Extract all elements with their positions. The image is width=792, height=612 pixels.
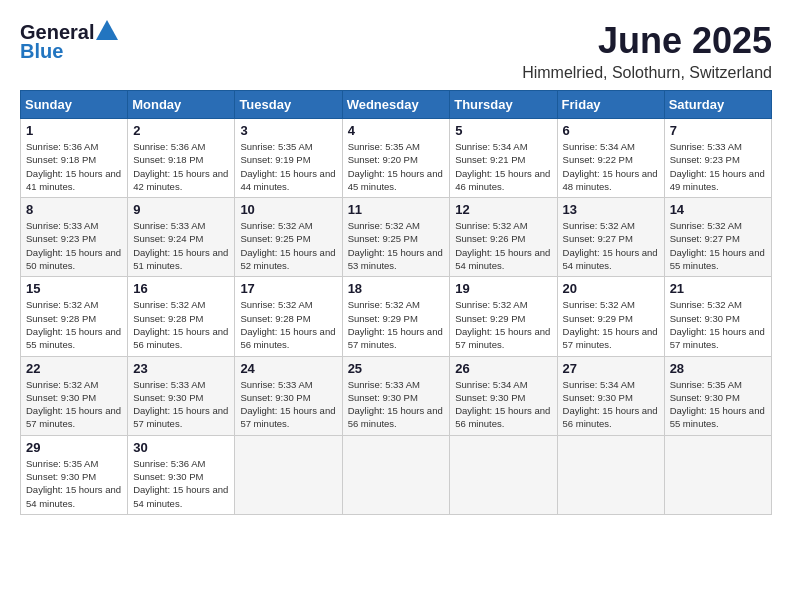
empty-cell-3 xyxy=(450,435,557,514)
week-row-3: 15 Sunrise: 5:32 AMSunset: 9:28 PMDaylig… xyxy=(21,277,772,356)
day-22: 22 Sunrise: 5:32 AMSunset: 9:30 PMDaylig… xyxy=(21,356,128,435)
calendar-table: Sunday Monday Tuesday Wednesday Thursday… xyxy=(20,90,772,515)
header-friday: Friday xyxy=(557,91,664,119)
day-18: 18 Sunrise: 5:32 AMSunset: 9:29 PMDaylig… xyxy=(342,277,450,356)
day-30: 30 Sunrise: 5:36 AMSunset: 9:30 PMDaylig… xyxy=(128,435,235,514)
day-13: 13 Sunrise: 5:32 AMSunset: 9:27 PMDaylig… xyxy=(557,198,664,277)
logo-blue: Blue xyxy=(20,40,63,63)
logo: General Blue xyxy=(20,20,118,63)
day-24: 24 Sunrise: 5:33 AMSunset: 9:30 PMDaylig… xyxy=(235,356,342,435)
empty-cell-1 xyxy=(235,435,342,514)
day-26: 26 Sunrise: 5:34 AMSunset: 9:30 PMDaylig… xyxy=(450,356,557,435)
day-16: 16 Sunrise: 5:32 AMSunset: 9:28 PMDaylig… xyxy=(128,277,235,356)
day-28: 28 Sunrise: 5:35 AMSunset: 9:30 PMDaylig… xyxy=(664,356,771,435)
day-3: 3 Sunrise: 5:35 AMSunset: 9:19 PMDayligh… xyxy=(235,119,342,198)
day-15: 15 Sunrise: 5:32 AMSunset: 9:28 PMDaylig… xyxy=(21,277,128,356)
week-row-2: 8 Sunrise: 5:33 AMSunset: 9:23 PMDayligh… xyxy=(21,198,772,277)
week-row-4: 22 Sunrise: 5:32 AMSunset: 9:30 PMDaylig… xyxy=(21,356,772,435)
day-10: 10 Sunrise: 5:32 AMSunset: 9:25 PMDaylig… xyxy=(235,198,342,277)
day-12: 12 Sunrise: 5:32 AMSunset: 9:26 PMDaylig… xyxy=(450,198,557,277)
header-wednesday: Wednesday xyxy=(342,91,450,119)
day-23: 23 Sunrise: 5:33 AMSunset: 9:30 PMDaylig… xyxy=(128,356,235,435)
header-sunday: Sunday xyxy=(21,91,128,119)
week-row-5: 29 Sunrise: 5:35 AMSunset: 9:30 PMDaylig… xyxy=(21,435,772,514)
header-thursday: Thursday xyxy=(450,91,557,119)
header-monday: Monday xyxy=(128,91,235,119)
day-27: 27 Sunrise: 5:34 AMSunset: 9:30 PMDaylig… xyxy=(557,356,664,435)
day-2: 2 Sunrise: 5:36 AMSunset: 9:18 PMDayligh… xyxy=(128,119,235,198)
day-8: 8 Sunrise: 5:33 AMSunset: 9:23 PMDayligh… xyxy=(21,198,128,277)
week-row-1: 1 Sunrise: 5:36 AMSunset: 9:18 PMDayligh… xyxy=(21,119,772,198)
day-1: 1 Sunrise: 5:36 AMSunset: 9:18 PMDayligh… xyxy=(21,119,128,198)
header-saturday: Saturday xyxy=(664,91,771,119)
day-21: 21 Sunrise: 5:32 AMSunset: 9:30 PMDaylig… xyxy=(664,277,771,356)
location-title: Himmelried, Solothurn, Switzerland xyxy=(522,64,772,82)
day-20: 20 Sunrise: 5:32 AMSunset: 9:29 PMDaylig… xyxy=(557,277,664,356)
day-7: 7 Sunrise: 5:33 AMSunset: 9:23 PMDayligh… xyxy=(664,119,771,198)
empty-cell-5 xyxy=(664,435,771,514)
day-6: 6 Sunrise: 5:34 AMSunset: 9:22 PMDayligh… xyxy=(557,119,664,198)
logo-icon xyxy=(96,20,118,40)
day-11: 11 Sunrise: 5:32 AMSunset: 9:25 PMDaylig… xyxy=(342,198,450,277)
page-header: General Blue June 2025 Himmelried, Solot… xyxy=(20,20,772,82)
svg-marker-0 xyxy=(96,20,118,40)
month-title: June 2025 xyxy=(522,20,772,62)
empty-cell-4 xyxy=(557,435,664,514)
day-14: 14 Sunrise: 5:32 AMSunset: 9:27 PMDaylig… xyxy=(664,198,771,277)
header-tuesday: Tuesday xyxy=(235,91,342,119)
day-19: 19 Sunrise: 5:32 AMSunset: 9:29 PMDaylig… xyxy=(450,277,557,356)
day-9: 9 Sunrise: 5:33 AMSunset: 9:24 PMDayligh… xyxy=(128,198,235,277)
weekday-header-row: Sunday Monday Tuesday Wednesday Thursday… xyxy=(21,91,772,119)
empty-cell-2 xyxy=(342,435,450,514)
day-29: 29 Sunrise: 5:35 AMSunset: 9:30 PMDaylig… xyxy=(21,435,128,514)
title-area: June 2025 Himmelried, Solothurn, Switzer… xyxy=(522,20,772,82)
day-25: 25 Sunrise: 5:33 AMSunset: 9:30 PMDaylig… xyxy=(342,356,450,435)
day-17: 17 Sunrise: 5:32 AMSunset: 9:28 PMDaylig… xyxy=(235,277,342,356)
day-5: 5 Sunrise: 5:34 AMSunset: 9:21 PMDayligh… xyxy=(450,119,557,198)
day-4: 4 Sunrise: 5:35 AMSunset: 9:20 PMDayligh… xyxy=(342,119,450,198)
